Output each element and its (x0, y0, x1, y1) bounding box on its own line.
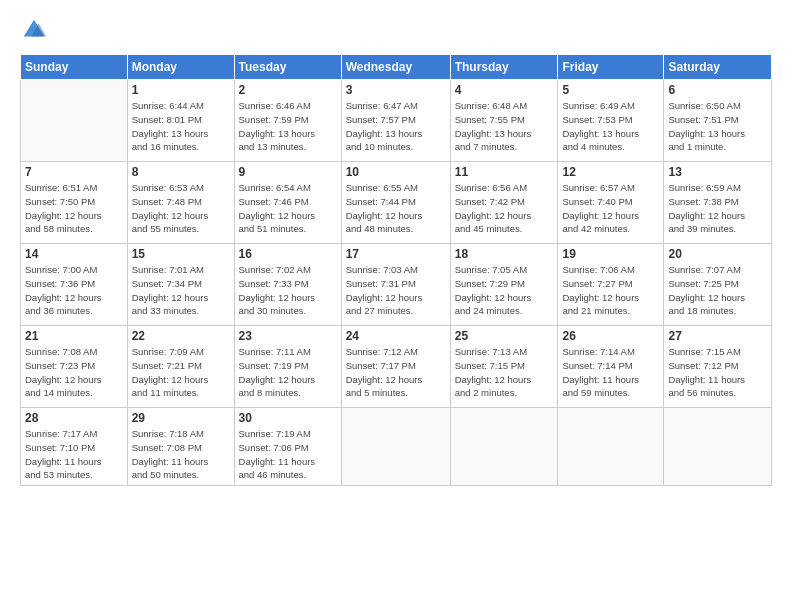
calendar-week-row: 21Sunrise: 7:08 AM Sunset: 7:23 PM Dayli… (21, 326, 772, 408)
day-number: 27 (668, 329, 767, 343)
calendar-day-cell: 23Sunrise: 7:11 AM Sunset: 7:19 PM Dayli… (234, 326, 341, 408)
calendar-day-cell: 6Sunrise: 6:50 AM Sunset: 7:51 PM Daylig… (664, 80, 772, 162)
weekday-header: Friday (558, 55, 664, 80)
day-info: Sunrise: 7:03 AM Sunset: 7:31 PM Dayligh… (346, 263, 446, 318)
day-number: 16 (239, 247, 337, 261)
day-info: Sunrise: 6:48 AM Sunset: 7:55 PM Dayligh… (455, 99, 554, 154)
calendar-day-cell (21, 80, 128, 162)
calendar-day-cell: 16Sunrise: 7:02 AM Sunset: 7:33 PM Dayli… (234, 244, 341, 326)
weekday-header: Sunday (21, 55, 128, 80)
day-number: 24 (346, 329, 446, 343)
calendar-day-cell: 28Sunrise: 7:17 AM Sunset: 7:10 PM Dayli… (21, 408, 128, 486)
day-info: Sunrise: 6:59 AM Sunset: 7:38 PM Dayligh… (668, 181, 767, 236)
calendar-week-row: 28Sunrise: 7:17 AM Sunset: 7:10 PM Dayli… (21, 408, 772, 486)
day-info: Sunrise: 7:02 AM Sunset: 7:33 PM Dayligh… (239, 263, 337, 318)
day-number: 15 (132, 247, 230, 261)
day-number: 13 (668, 165, 767, 179)
day-number: 6 (668, 83, 767, 97)
calendar-day-cell: 27Sunrise: 7:15 AM Sunset: 7:12 PM Dayli… (664, 326, 772, 408)
day-number: 28 (25, 411, 123, 425)
day-info: Sunrise: 7:06 AM Sunset: 7:27 PM Dayligh… (562, 263, 659, 318)
day-number: 20 (668, 247, 767, 261)
calendar-day-cell (664, 408, 772, 486)
calendar-day-cell: 10Sunrise: 6:55 AM Sunset: 7:44 PM Dayli… (341, 162, 450, 244)
day-number: 4 (455, 83, 554, 97)
day-number: 26 (562, 329, 659, 343)
day-info: Sunrise: 7:13 AM Sunset: 7:15 PM Dayligh… (455, 345, 554, 400)
day-info: Sunrise: 7:08 AM Sunset: 7:23 PM Dayligh… (25, 345, 123, 400)
day-info: Sunrise: 6:53 AM Sunset: 7:48 PM Dayligh… (132, 181, 230, 236)
day-number: 23 (239, 329, 337, 343)
day-info: Sunrise: 7:14 AM Sunset: 7:14 PM Dayligh… (562, 345, 659, 400)
calendar-day-cell: 26Sunrise: 7:14 AM Sunset: 7:14 PM Dayli… (558, 326, 664, 408)
calendar-day-cell: 20Sunrise: 7:07 AM Sunset: 7:25 PM Dayli… (664, 244, 772, 326)
calendar-day-cell: 17Sunrise: 7:03 AM Sunset: 7:31 PM Dayli… (341, 244, 450, 326)
calendar-day-cell: 11Sunrise: 6:56 AM Sunset: 7:42 PM Dayli… (450, 162, 558, 244)
calendar-day-cell: 4Sunrise: 6:48 AM Sunset: 7:55 PM Daylig… (450, 80, 558, 162)
day-info: Sunrise: 6:44 AM Sunset: 8:01 PM Dayligh… (132, 99, 230, 154)
day-info: Sunrise: 7:00 AM Sunset: 7:36 PM Dayligh… (25, 263, 123, 318)
weekday-header: Saturday (664, 55, 772, 80)
calendar-day-cell: 5Sunrise: 6:49 AM Sunset: 7:53 PM Daylig… (558, 80, 664, 162)
day-number: 18 (455, 247, 554, 261)
day-info: Sunrise: 7:05 AM Sunset: 7:29 PM Dayligh… (455, 263, 554, 318)
day-info: Sunrise: 6:46 AM Sunset: 7:59 PM Dayligh… (239, 99, 337, 154)
calendar-day-cell: 13Sunrise: 6:59 AM Sunset: 7:38 PM Dayli… (664, 162, 772, 244)
weekday-header: Wednesday (341, 55, 450, 80)
calendar-day-cell (558, 408, 664, 486)
day-info: Sunrise: 6:56 AM Sunset: 7:42 PM Dayligh… (455, 181, 554, 236)
calendar-day-cell: 8Sunrise: 6:53 AM Sunset: 7:48 PM Daylig… (127, 162, 234, 244)
weekday-header: Tuesday (234, 55, 341, 80)
day-info: Sunrise: 7:17 AM Sunset: 7:10 PM Dayligh… (25, 427, 123, 482)
calendar-day-cell: 3Sunrise: 6:47 AM Sunset: 7:57 PM Daylig… (341, 80, 450, 162)
calendar-day-cell: 25Sunrise: 7:13 AM Sunset: 7:15 PM Dayli… (450, 326, 558, 408)
day-info: Sunrise: 7:19 AM Sunset: 7:06 PM Dayligh… (239, 427, 337, 482)
calendar-day-cell: 1Sunrise: 6:44 AM Sunset: 8:01 PM Daylig… (127, 80, 234, 162)
day-number: 9 (239, 165, 337, 179)
logo-icon (20, 16, 48, 44)
day-number: 3 (346, 83, 446, 97)
calendar-day-cell: 7Sunrise: 6:51 AM Sunset: 7:50 PM Daylig… (21, 162, 128, 244)
day-info: Sunrise: 7:12 AM Sunset: 7:17 PM Dayligh… (346, 345, 446, 400)
day-info: Sunrise: 7:09 AM Sunset: 7:21 PM Dayligh… (132, 345, 230, 400)
calendar-table: SundayMondayTuesdayWednesdayThursdayFrid… (20, 54, 772, 486)
day-info: Sunrise: 7:01 AM Sunset: 7:34 PM Dayligh… (132, 263, 230, 318)
day-info: Sunrise: 6:51 AM Sunset: 7:50 PM Dayligh… (25, 181, 123, 236)
calendar-day-cell: 14Sunrise: 7:00 AM Sunset: 7:36 PM Dayli… (21, 244, 128, 326)
day-info: Sunrise: 7:07 AM Sunset: 7:25 PM Dayligh… (668, 263, 767, 318)
day-number: 30 (239, 411, 337, 425)
day-number: 5 (562, 83, 659, 97)
day-number: 17 (346, 247, 446, 261)
day-info: Sunrise: 6:47 AM Sunset: 7:57 PM Dayligh… (346, 99, 446, 154)
day-number: 12 (562, 165, 659, 179)
header-row: SundayMondayTuesdayWednesdayThursdayFrid… (21, 55, 772, 80)
calendar-body: 1Sunrise: 6:44 AM Sunset: 8:01 PM Daylig… (21, 80, 772, 486)
day-number: 1 (132, 83, 230, 97)
calendar-day-cell: 22Sunrise: 7:09 AM Sunset: 7:21 PM Dayli… (127, 326, 234, 408)
day-info: Sunrise: 6:57 AM Sunset: 7:40 PM Dayligh… (562, 181, 659, 236)
calendar-day-cell (341, 408, 450, 486)
calendar-header: SundayMondayTuesdayWednesdayThursdayFrid… (21, 55, 772, 80)
day-number: 14 (25, 247, 123, 261)
calendar-day-cell: 15Sunrise: 7:01 AM Sunset: 7:34 PM Dayli… (127, 244, 234, 326)
day-info: Sunrise: 7:18 AM Sunset: 7:08 PM Dayligh… (132, 427, 230, 482)
calendar-week-row: 7Sunrise: 6:51 AM Sunset: 7:50 PM Daylig… (21, 162, 772, 244)
day-info: Sunrise: 6:50 AM Sunset: 7:51 PM Dayligh… (668, 99, 767, 154)
page: SundayMondayTuesdayWednesdayThursdayFrid… (0, 0, 792, 612)
calendar-day-cell: 24Sunrise: 7:12 AM Sunset: 7:17 PM Dayli… (341, 326, 450, 408)
weekday-header: Monday (127, 55, 234, 80)
calendar-day-cell: 29Sunrise: 7:18 AM Sunset: 7:08 PM Dayli… (127, 408, 234, 486)
day-info: Sunrise: 6:55 AM Sunset: 7:44 PM Dayligh… (346, 181, 446, 236)
day-number: 2 (239, 83, 337, 97)
day-info: Sunrise: 6:49 AM Sunset: 7:53 PM Dayligh… (562, 99, 659, 154)
day-info: Sunrise: 7:15 AM Sunset: 7:12 PM Dayligh… (668, 345, 767, 400)
calendar-day-cell: 30Sunrise: 7:19 AM Sunset: 7:06 PM Dayli… (234, 408, 341, 486)
day-number: 25 (455, 329, 554, 343)
calendar-day-cell: 9Sunrise: 6:54 AM Sunset: 7:46 PM Daylig… (234, 162, 341, 244)
calendar-day-cell (450, 408, 558, 486)
day-number: 19 (562, 247, 659, 261)
calendar-day-cell: 18Sunrise: 7:05 AM Sunset: 7:29 PM Dayli… (450, 244, 558, 326)
weekday-header: Thursday (450, 55, 558, 80)
day-number: 22 (132, 329, 230, 343)
day-number: 8 (132, 165, 230, 179)
